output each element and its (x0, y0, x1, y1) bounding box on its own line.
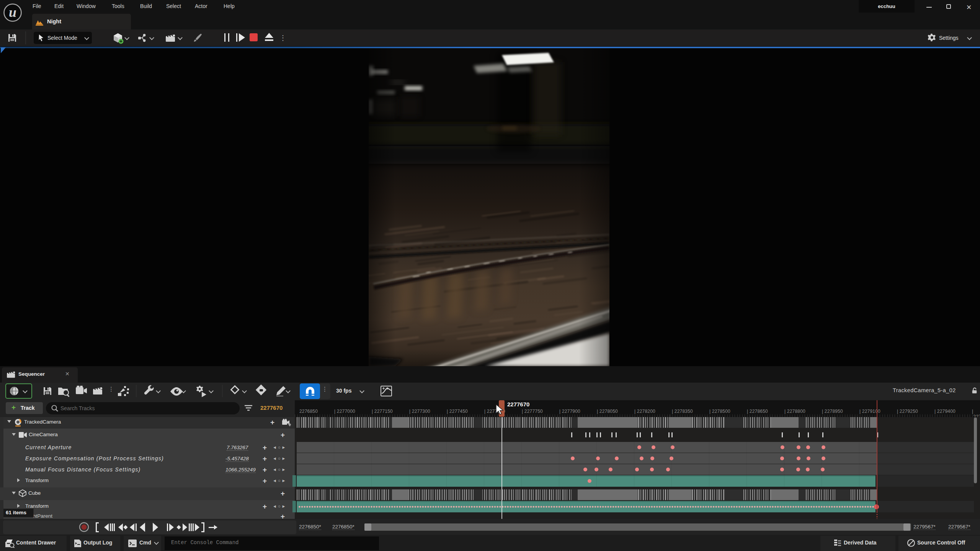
svg-text:u: u (9, 5, 16, 20)
